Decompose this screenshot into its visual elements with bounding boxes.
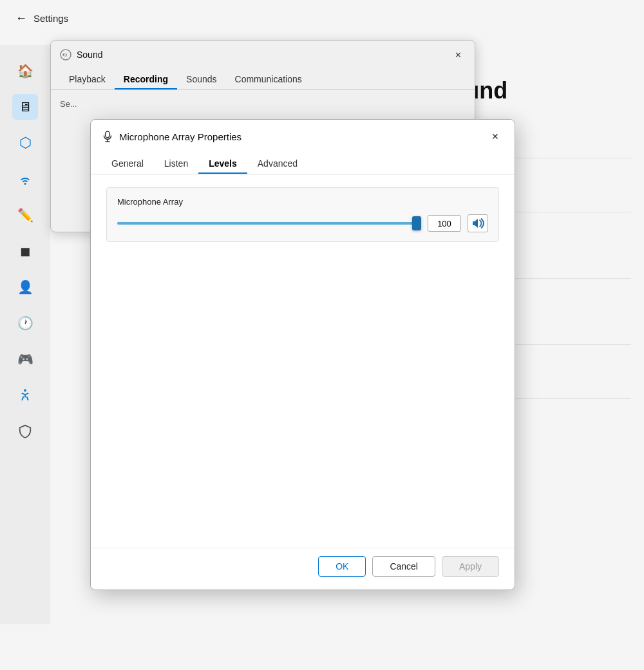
back-arrow-icon[interactable]: ← — [15, 12, 27, 25]
sound-dialog-close-button[interactable]: ✕ — [450, 47, 466, 62]
game-icon[interactable]: 🎮 — [12, 346, 38, 372]
mic-dialog-tabs: General Listen Levels Advanced — [91, 151, 515, 174]
mic-dialog-title-text: Microphone Array Properties — [119, 131, 242, 142]
mic-dialog-title: Microphone Array Properties — [101, 130, 242, 143]
sound-dialog-sel-label: Se... — [60, 99, 466, 109]
mic-volume-slider[interactable] — [117, 214, 421, 232]
slider-track — [117, 222, 421, 225]
privacy-icon[interactable] — [12, 418, 38, 444]
mic-properties-dialog: Microphone Array Properties ✕ General Li… — [90, 119, 515, 590]
ok-button[interactable]: OK — [318, 556, 366, 577]
bluetooth-icon[interactable]: ⬡ — [12, 130, 38, 156]
sound-dialog-icon — [60, 49, 71, 60]
svg-point-0 — [24, 389, 26, 392]
mic-level-row: 100 — [117, 214, 488, 232]
sound-dialog-title-text: Sound — [77, 50, 102, 60]
mic-level-section: Microphone Array 100 — [106, 187, 499, 242]
sound-dialog-titlebar: Sound ✕ — [51, 41, 475, 62]
apps-icon[interactable]: ◼ — [12, 238, 38, 264]
mic-level-label: Microphone Array — [117, 197, 488, 207]
tab-playback[interactable]: Playback — [60, 70, 115, 89]
slider-filled — [117, 222, 421, 225]
time-icon[interactable]: 🕐 — [12, 310, 38, 336]
sidebar: 🏠 🖥 ⬡ ✏️ ◼ 👤 🕐 🎮 — [0, 45, 50, 624]
tab-communications[interactable]: Communications — [226, 70, 311, 89]
speaker-icon — [471, 217, 485, 230]
tab-recording[interactable]: Recording — [115, 70, 177, 89]
settings-header: ← Settings — [0, 0, 644, 37]
mic-dialog-icon — [101, 130, 114, 143]
mic-level-value[interactable]: 100 — [428, 215, 461, 232]
apply-button[interactable]: Apply — [442, 556, 499, 577]
mic-dialog-body: Microphone Array 100 — [91, 174, 515, 548]
pen-icon[interactable]: ✏️ — [12, 202, 38, 228]
mic-mute-button[interactable] — [468, 214, 488, 232]
svg-point-2 — [106, 131, 110, 138]
display-icon[interactable]: 🖥 — [12, 94, 38, 120]
mic-dialog-titlebar: Microphone Array Properties ✕ — [91, 120, 515, 145]
mic-dialog-close-button[interactable]: ✕ — [486, 127, 504, 145]
mic-tab-levels[interactable]: Levels — [198, 154, 247, 174]
cancel-button[interactable]: Cancel — [372, 556, 435, 577]
accessibility-icon[interactable] — [12, 382, 38, 408]
svg-point-1 — [61, 50, 71, 60]
slider-thumb[interactable] — [412, 216, 421, 230]
home-icon[interactable]: 🏠 — [12, 58, 38, 84]
settings-title: Settings — [33, 13, 68, 24]
person-icon[interactable]: 👤 — [12, 274, 38, 300]
mic-tab-advanced[interactable]: Advanced — [247, 154, 308, 174]
sound-dialog-tabs: Playback Recording Sounds Communications — [51, 66, 475, 90]
mic-dialog-footer: OK Cancel Apply — [91, 548, 515, 590]
wifi-icon[interactable] — [12, 166, 38, 192]
tab-sounds[interactable]: Sounds — [177, 70, 225, 89]
mic-tab-general[interactable]: General — [101, 154, 154, 174]
mic-tab-listen[interactable]: Listen — [154, 154, 198, 174]
sound-dialog-title: Sound — [60, 49, 102, 60]
